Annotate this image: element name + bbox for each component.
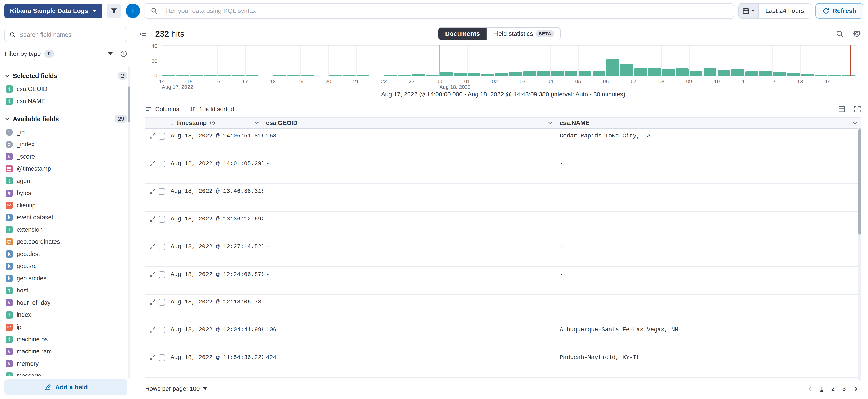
field-item-@timestamp[interactable]: @timestamp [4, 163, 128, 175]
select-document-checkbox[interactable] [158, 216, 165, 223]
sort-fields-button[interactable]: 1 field sorted [189, 106, 234, 113]
refresh-button[interactable]: Refresh [815, 3, 863, 19]
expand-document-button[interactable] [150, 271, 156, 277]
field-item-memory[interactable]: #memory [4, 358, 128, 370]
cell-csa-geoid[interactable]: - [262, 211, 556, 239]
field-item-machine.ram[interactable]: #machine.ram [4, 345, 128, 358]
cell-csa-geoid[interactable]: 168 [262, 129, 556, 156]
add-field-button[interactable]: Add a field [4, 379, 128, 395]
field-item-extension[interactable]: textension [4, 224, 128, 236]
field-item-csa.GEOID[interactable]: tcsa.GEOID [4, 83, 128, 95]
cell-timestamp[interactable]: Aug 18, 2022 @ 12:27:14.527 [167, 239, 263, 267]
scrollbar-thumb[interactable] [128, 87, 130, 122]
cell-csa-name[interactable]: - [556, 156, 861, 184]
field-item-_id[interactable]: _id [4, 126, 128, 138]
cell-csa-geoid[interactable]: 424 [262, 350, 556, 377]
cell-csa-name[interactable]: Cedar Rapids-Iowa City, IA [556, 129, 861, 156]
column-header-csa-name[interactable]: csa.NAME [556, 118, 861, 128]
previous-page-button[interactable] [805, 383, 816, 394]
cell-csa-name[interactable]: - [556, 295, 861, 322]
cell-csa-name[interactable]: Tulsa-Muskogee-Bartlesville, OK [556, 377, 861, 380]
select-document-checkbox[interactable] [158, 271, 165, 278]
cell-csa-name[interactable]: Albuquerque-Santa Fe-Las Vegas, NM [556, 322, 861, 350]
select-document-checkbox[interactable] [158, 327, 165, 333]
cell-csa-geoid[interactable]: - [262, 156, 556, 184]
column-header-timestamp[interactable]: ↓ timestamp [167, 118, 263, 128]
expand-document-button[interactable] [150, 327, 156, 333]
page-1-button[interactable]: 1 [817, 383, 827, 394]
field-item-machine.os[interactable]: tmachine.os [4, 333, 128, 345]
kql-search-bar[interactable] [145, 3, 734, 19]
kql-input[interactable] [162, 7, 728, 14]
select-document-checkbox[interactable] [158, 161, 165, 167]
scrollbar-thumb[interactable] [859, 129, 861, 235]
cell-timestamp[interactable]: Aug 18, 2022 @ 11:28:27.036 [167, 377, 263, 380]
sidebar-scrollbar[interactable] [128, 67, 130, 378]
add-filter-button[interactable]: + [126, 4, 140, 18]
cell-timestamp[interactable]: Aug 18, 2022 @ 13:46:36.315 [167, 184, 263, 211]
chart-options-button[interactable] [853, 30, 861, 38]
cell-csa-geoid[interactable]: - [262, 295, 556, 322]
inspect-button[interactable] [836, 30, 844, 38]
cell-timestamp[interactable]: Aug 18, 2022 @ 14:01:05.297 [167, 156, 263, 184]
field-item-ip[interactable]: IPip [4, 321, 128, 333]
expand-document-button[interactable] [150, 354, 156, 361]
cell-csa-geoid[interactable]: - [262, 239, 556, 267]
cell-csa-name[interactable]: - [556, 211, 861, 239]
page-3-button[interactable]: 3 [839, 383, 849, 394]
expand-document-button[interactable] [150, 299, 156, 305]
expand-document-button[interactable] [150, 133, 156, 139]
cell-csa-geoid[interactable]: - [262, 267, 556, 294]
tab-field-statistics[interactable]: Field statistics BETA [486, 28, 560, 40]
field-item-csa.NAME[interactable]: tcsa.NAME [4, 95, 128, 107]
cell-timestamp[interactable]: Aug 18, 2022 @ 11:54:36.220 [167, 350, 263, 377]
quick-select-button[interactable] [739, 4, 758, 18]
chevron-down-icon[interactable] [254, 120, 259, 126]
field-item-geo.src[interactable]: kgeo.src [4, 260, 128, 272]
expand-document-button[interactable] [150, 243, 156, 250]
grid-scrollbar[interactable] [859, 129, 861, 380]
available-fields-header[interactable]: Available fields 29 [4, 113, 128, 124]
cell-csa-name[interactable]: - [556, 267, 861, 294]
field-item-geo.dest[interactable]: kgeo.dest [4, 248, 128, 260]
select-document-checkbox[interactable] [158, 299, 165, 306]
filter-by-type[interactable]: Filter by type 0 [4, 48, 128, 60]
field-item-message[interactable]: tmessage [4, 370, 128, 376]
field-item-hour_of_day[interactable]: #hour_of_day [4, 297, 128, 309]
cell-csa-geoid[interactable]: 538 [262, 377, 556, 380]
cell-csa-name[interactable]: Paducah-Mayfield, KY-IL [556, 350, 861, 377]
field-item-_index[interactable]: _index [4, 138, 128, 151]
tab-documents[interactable]: Documents [438, 28, 486, 40]
info-icon[interactable] [120, 50, 127, 57]
time-range-button[interactable]: Last 24 hours [759, 4, 811, 18]
column-header-csa-geoid[interactable]: csa.GEOID [262, 118, 556, 128]
cell-timestamp[interactable]: Aug 18, 2022 @ 12:18:06.737 [167, 295, 263, 322]
field-item-event.dataset[interactable]: kevent.dataset [4, 211, 128, 224]
cell-timestamp[interactable]: Aug 18, 2022 @ 13:36:12.692 [167, 211, 263, 239]
field-item-index[interactable]: tindex [4, 309, 128, 321]
field-item-clientip[interactable]: IPclientip [4, 199, 128, 211]
select-document-checkbox[interactable] [158, 354, 165, 361]
columns-button[interactable]: Columns [145, 106, 179, 113]
select-document-checkbox[interactable] [158, 243, 165, 250]
cell-csa-geoid[interactable]: 106 [262, 322, 556, 350]
display-options-button[interactable] [838, 105, 846, 113]
expand-document-button[interactable] [150, 161, 156, 167]
cell-timestamp[interactable]: Aug 18, 2022 @ 14:06:51.816 [167, 129, 263, 156]
field-search-input[interactable] [19, 31, 123, 38]
field-item-geo.coordinates[interactable]: geo.coordinates [4, 236, 128, 248]
select-document-checkbox[interactable] [158, 188, 165, 195]
collapse-sidebar-button[interactable] [137, 28, 149, 39]
expand-document-button[interactable] [150, 188, 156, 194]
page-2-button[interactable]: 2 [828, 383, 838, 394]
expand-document-button[interactable] [150, 216, 156, 222]
field-item-_score[interactable]: #_score [4, 151, 128, 163]
field-item-bytes[interactable]: #bytes [4, 187, 128, 199]
selected-fields-header[interactable]: Selected fields 2 [4, 70, 128, 81]
cell-timestamp[interactable]: Aug 18, 2022 @ 12:04:41.998 [167, 322, 263, 350]
fullscreen-button[interactable] [854, 105, 861, 113]
select-document-checkbox[interactable] [158, 133, 165, 139]
field-item-host[interactable]: thost [4, 285, 128, 297]
saved-query-button[interactable] [107, 4, 121, 18]
cell-csa-name[interactable]: - [556, 239, 861, 267]
